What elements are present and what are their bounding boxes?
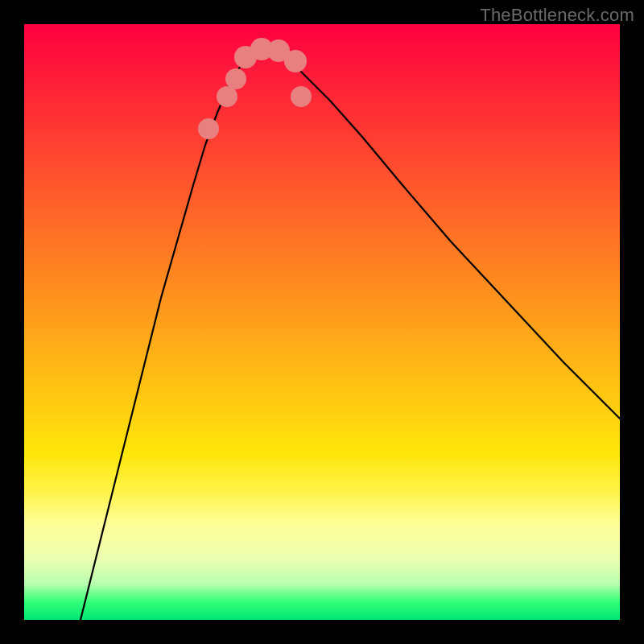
- chart-frame: TheBottleneck.com: [0, 0, 644, 644]
- left-curve-line: [80, 48, 266, 620]
- data-marker: [217, 86, 237, 107]
- plot-area: [24, 24, 620, 620]
- data-marker: [284, 50, 307, 72]
- chart-svg: [24, 24, 620, 620]
- data-marker: [291, 86, 312, 107]
- watermark-text: TheBottleneck.com: [480, 5, 634, 26]
- data-marker: [225, 68, 246, 89]
- marker-group: [198, 38, 312, 139]
- data-marker: [198, 118, 219, 139]
- right-curve-line: [266, 48, 620, 419]
